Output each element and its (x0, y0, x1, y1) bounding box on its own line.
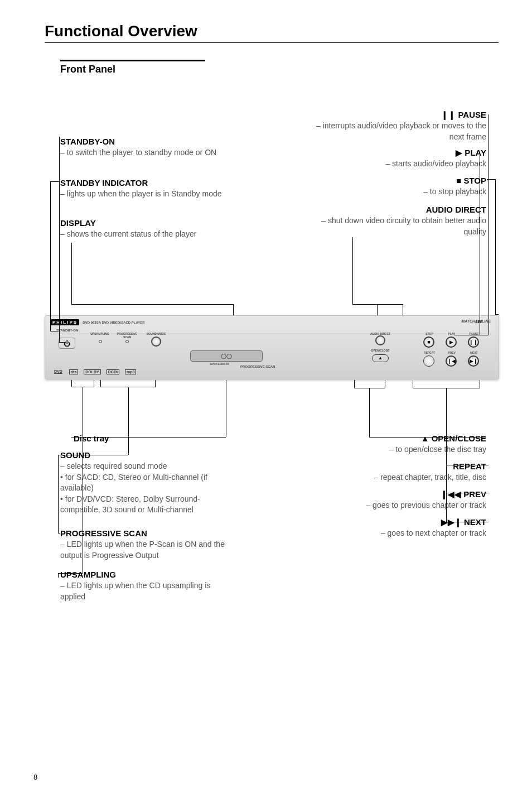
prev-label: PREV (443, 351, 460, 354)
disc-tray-icon: ◯◯ (190, 350, 263, 362)
label-upsampling: UPSAMPLING – LED lights up when the CD u… (60, 569, 228, 602)
super-audio-label: SUPER AUDIO CD (210, 363, 229, 366)
label-desc: – shows the current status of the player (60, 229, 233, 240)
label-desc: – LED lights up when the P-Scan is ON an… (60, 539, 233, 561)
dcdi-logo: DCDi (107, 369, 119, 374)
label-desc: – goes to next chapter or track (313, 528, 486, 539)
label-prog-scan: PROGRESSIVE SCAN – LED lights up when th… (60, 527, 233, 561)
label-desc: – selects required sound mode (60, 461, 239, 472)
label-audio-direct: AUDIO DIRECT – shut down video circuity … (313, 204, 486, 237)
format-logos: DVD dts DOLBY DCDi mp3 (53, 369, 136, 374)
label-next: ▶▶❙ NEXT – goes to next chapter or track (313, 516, 486, 539)
label-sound: SOUND – selects required sound mode • fo… (60, 449, 239, 516)
label-display: DISPLAY – shows the current status of th… (60, 217, 233, 240)
label-head: ■ STOP (313, 175, 486, 186)
label-play: ▶ PLAY – starts audio/video playback (313, 147, 486, 170)
label-desc: – to stop playback (313, 186, 486, 198)
stop-label: STOP (421, 332, 438, 335)
matchline-logo: MATCH▮▮▮LINE (461, 319, 491, 324)
dts-logo: dts (69, 369, 79, 374)
brand-logo: PHILIPS (51, 319, 79, 325)
device-illustration: PHILIPS DVD 963SA DVD VIDEO/SACD PLAYER … (45, 315, 499, 379)
dvd-logo: DVD (53, 369, 64, 374)
label-head: UPSAMPLING (60, 569, 228, 580)
label-head: DISPLAY (60, 217, 233, 229)
open-close-button[interactable]: ▲ (372, 354, 389, 362)
next-button[interactable]: ▶❙ (468, 355, 479, 367)
label-head: STANDBY INDICATOR (60, 177, 239, 189)
progressive-scan-text: PROGRESSIVE SCAN (240, 365, 275, 368)
device-controls: STANDBY-ON ⏻ UPSAMPLING PROGRESSIVE SCAN… (53, 334, 491, 354)
label-desc: – interrupts audio/video playback or mov… (308, 121, 486, 142)
prev-button[interactable]: ❙◀ (446, 355, 457, 367)
audio-direct-button[interactable] (375, 335, 385, 345)
next-label: NEXT (466, 351, 482, 354)
repeat-label: REPEAT (421, 351, 438, 354)
page-number: 8 (33, 773, 37, 781)
label-desc: – starts audio/video playback (313, 158, 486, 170)
sound-mode-knob[interactable] (151, 336, 161, 347)
label-desc: • for SACD: CD, Stereo or Multi-channel … (60, 472, 239, 494)
label-head: REPEAT (313, 460, 486, 472)
play-button[interactable]: ▶ (446, 336, 457, 348)
label-head: AUDIO DIRECT (313, 204, 486, 215)
label-desc: – LED lights up when the CD upsampling i… (60, 580, 228, 602)
label-desc: – goes to previous chapter or track (313, 500, 486, 511)
label-standby-on: STANDBY-ON – to switch the player to sta… (60, 136, 233, 158)
label-pause: ❙❙ PAUSE – interrupts audio/video playba… (308, 109, 486, 142)
label-desc: – to switch the player to standby mode o… (60, 147, 233, 158)
label-disc-tray: Disc tray (74, 432, 241, 444)
page-title: Functional Overview (45, 22, 499, 43)
label-repeat: REPEAT – repeat chapter, track, title, d… (313, 460, 486, 483)
label-desc: – shut down video circuity to obtain bet… (313, 215, 486, 237)
stop-button[interactable]: ■ (423, 336, 434, 348)
label-head: ❙❙ PAUSE (308, 109, 486, 121)
label-head: ❙◀◀ PREV (313, 488, 486, 500)
progscan-label: PROGRESSIVE SCAN (113, 332, 141, 339)
label-desc: • for DVD/VCD: Stereo, Dolby Surround-co… (60, 494, 239, 516)
open-close-label: OPEN/CLOSE (366, 349, 394, 352)
label-head: ▶ PLAY (313, 147, 486, 158)
label-head: Disc tray (74, 432, 241, 444)
soundmode-label: SOUND MODE (141, 332, 171, 335)
upsampling-label: UPSAMPLING (88, 332, 112, 335)
label-standby-indicator: STANDBY INDICATOR – lights up when the p… (60, 177, 239, 200)
mp3-logo: mp3 (125, 369, 136, 374)
label-head: ▲ OPEN/CLOSE (313, 432, 486, 444)
repeat-button[interactable] (423, 355, 434, 367)
label-open-close: ▲ OPEN/CLOSE – to open/close the disc tr… (313, 432, 486, 455)
label-desc: – to open/close the disc tray (313, 444, 486, 455)
power-button[interactable]: ⏻ (59, 338, 75, 349)
device-top-row: PHILIPS DVD 963SA DVD VIDEO/SACD PLAYER … (51, 319, 493, 330)
dolby-logo: DOLBY (84, 369, 101, 374)
label-head: PROGRESSIVE SCAN (60, 527, 233, 539)
section-title: Front Panel (60, 60, 205, 75)
label-desc: – repeat chapter, track, title, disc (313, 472, 486, 483)
label-prev: ❙◀◀ PREV – goes to previous chapter or t… (313, 488, 486, 511)
diagram-area: STANDBY-ON – to switch the player to sta… (45, 109, 499, 695)
label-desc: – lights up when the player is in Standb… (60, 189, 239, 200)
label-stop: ■ STOP – to stop playback (313, 175, 486, 198)
pause-button[interactable]: ❙❙ (468, 336, 479, 348)
model-text: DVD 963SA DVD VIDEO/SACD PLAYER (83, 321, 144, 324)
label-head: STANDBY-ON (60, 136, 233, 147)
